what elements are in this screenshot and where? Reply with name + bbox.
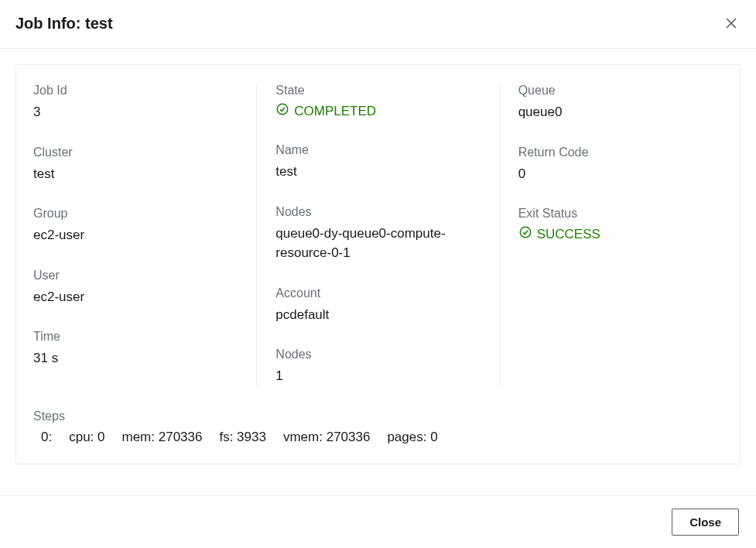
close-button[interactable]: Close [672,509,739,536]
value-job-id: 3 [33,102,238,122]
value-group: ec2-user [33,225,238,245]
label-account: Account [275,286,480,300]
svg-point-0 [278,104,289,115]
steps-section: Steps 0: cpu: 0 mem: 270336 fs: 3933 vme… [33,409,723,445]
value-name: test [275,162,480,182]
field-job-id: Job Id 3 [33,84,238,122]
value-state: COMPLETED [275,102,376,120]
field-exit-status: Exit Status SUCCESS [518,207,723,243]
field-return-code: Return Code 0 [518,146,723,184]
label-time: Time [33,330,238,344]
label-nodes-count: Nodes [275,348,480,361]
step-mem: mem: 270336 [122,430,203,445]
steps-row: 0: cpu: 0 mem: 270336 fs: 3933 vmem: 270… [33,430,723,445]
value-queue: queue0 [518,102,723,122]
label-user: User [33,269,238,283]
label-group: Group [33,207,238,221]
job-info-modal: Job Info: test Job Id 3 Cluster test Gr [0,0,756,548]
column-1: Job Id 3 Cluster test Group ec2-user Use… [33,84,256,386]
svg-point-1 [520,227,531,238]
modal-footer: Close [0,495,756,548]
modal-body: Job Id 3 Cluster test Group ec2-user Use… [0,49,756,495]
field-queue: Queue queue0 [518,84,723,122]
label-steps: Steps [33,409,723,423]
step-index: 0: [41,430,52,445]
modal-title: Job Info: test [15,15,113,33]
field-nodes-count: Nodes 1 [275,348,480,386]
field-group: Group ec2-user [33,207,238,245]
step-fs: fs: 3933 [219,430,266,445]
field-cluster: Cluster test [33,146,238,184]
label-cluster: Cluster [33,146,238,159]
field-user: User ec2-user [33,269,238,307]
label-state: State [275,84,480,98]
value-time: 31 s [33,348,238,368]
details-panel: Job Id 3 Cluster test Group ec2-user Use… [15,64,741,464]
column-2: State COMPLETED Name test Nodes [256,84,498,386]
label-job-id: Job Id [33,84,238,98]
field-name: Name test [275,143,480,182]
label-nodes-list: Nodes [275,205,480,219]
field-state: State COMPLETED [275,84,480,120]
label-return-code: Return Code [518,146,723,159]
check-circle-icon [518,225,532,243]
modal-header: Job Info: test [0,0,756,49]
field-nodes-list: Nodes queue0-dy-queue0-compute-resource-… [275,205,480,263]
field-time: Time 31 s [33,330,238,368]
step-cpu: cpu: 0 [69,430,104,445]
value-exit-status: SUCCESS [518,225,600,243]
check-circle-icon [275,102,289,120]
step-vmem: vmem: 270336 [283,430,370,445]
field-account: Account pcdefault [275,286,480,325]
step-pages: pages: 0 [387,430,437,445]
columns: Job Id 3 Cluster test Group ec2-user Use… [33,84,723,386]
close-icon[interactable] [722,14,741,33]
value-return-code: 0 [518,164,723,184]
column-3: Queue queue0 Return Code 0 Exit Status [499,84,723,386]
value-cluster: test [33,164,238,184]
exit-status-text: SUCCESS [537,227,600,242]
label-queue: Queue [518,84,723,98]
value-user: ec2-user [33,287,238,307]
label-exit-status: Exit Status [518,207,723,221]
state-text: COMPLETED [294,104,376,119]
value-nodes-count: 1 [275,366,480,386]
value-account: pcdefault [275,305,480,325]
value-nodes-list: queue0-dy-queue0-compute-resource-0-1 [275,224,480,263]
label-name: Name [275,143,480,157]
